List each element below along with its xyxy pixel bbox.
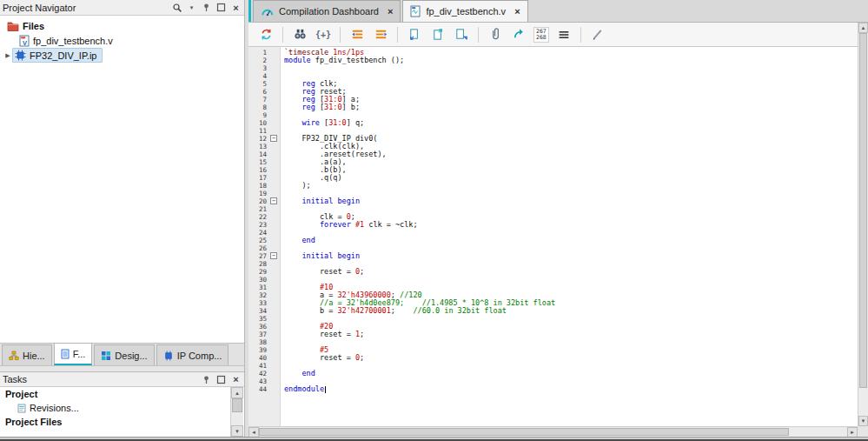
- tab-label: Compilation Dashboard: [279, 6, 379, 17]
- line-number: 5: [248, 80, 268, 88]
- code-line[interactable]: 29 reset = 0;: [248, 268, 858, 276]
- collapse-icon[interactable]: −: [270, 135, 277, 142]
- insert-template-icon[interactable]: {+}: [315, 26, 332, 43]
- tasks-category-project[interactable]: Project: [0, 387, 244, 401]
- code-editor[interactable]: 1`timescale 1ns/1ps2module fp_div_testbe…: [248, 47, 858, 426]
- menu-icon[interactable]: [555, 26, 573, 43]
- indent-icon[interactable]: [348, 26, 366, 43]
- line-number: 40: [248, 354, 268, 362]
- tasks-category-project-files[interactable]: Project Files: [0, 415, 244, 429]
- code-line[interactable]: 24: [248, 229, 858, 237]
- scroll-down-icon[interactable]: ▼: [858, 416, 868, 426]
- code-line[interactable]: 30: [248, 276, 858, 284]
- scroll-up-icon[interactable]: ▲: [858, 23, 868, 33]
- tree-item-fp-div-testbench[interactable]: V fp_div_testbench.v: [0, 33, 244, 48]
- code-text: );: [281, 182, 311, 190]
- tab-compilation-dashboard[interactable]: Compilation Dashboard ×: [253, 0, 401, 22]
- code-line[interactable]: 23 forever #1 clk = ~clk;: [248, 221, 858, 229]
- tasks-list: Project Revisions... Project Files: [0, 387, 244, 437]
- scroll-down-icon[interactable]: ▼: [231, 425, 243, 437]
- copy-page-icon[interactable]: [406, 26, 423, 43]
- svg-text:V: V: [23, 38, 27, 46]
- line-number: 35: [248, 315, 268, 323]
- fold-marker[interactable]: −: [268, 197, 281, 205]
- code-line[interactable]: 43: [248, 378, 858, 385]
- code-line[interactable]: 34 b = 32'h42700001; //60.0 in 32bit flo…: [248, 307, 858, 315]
- close-icon[interactable]: ×: [514, 6, 520, 17]
- line-number-indicator[interactable]: 267 268: [533, 27, 549, 43]
- tab-files[interactable]: F...: [54, 343, 93, 365]
- fold-column: [268, 72, 281, 80]
- scrollbar-thumb[interactable]: [859, 33, 867, 388]
- close-icon[interactable]: ×: [230, 374, 242, 385]
- code-line[interactable]: 8 reg [31:0] b;: [248, 104, 858, 111]
- fold-column: [268, 150, 281, 158]
- tasks-scrollbar[interactable]: ▲ ▼: [230, 387, 243, 437]
- pen-icon[interactable]: [589, 26, 606, 43]
- expander-icon[interactable]: ▶: [3, 52, 12, 59]
- float-icon[interactable]: [215, 2, 227, 13]
- code-line[interactable]: 42 end: [248, 370, 858, 378]
- line-number: 10: [248, 119, 268, 127]
- collapse-icon[interactable]: −: [270, 197, 277, 204]
- line-number: 27: [248, 252, 268, 260]
- tree-item-label: FP32_DIV_IP.ip: [30, 50, 96, 61]
- code-line[interactable]: 27− initial begin: [248, 252, 858, 260]
- tab-fp-div-testbench[interactable]: fp_div_testbench.v ×: [402, 0, 527, 22]
- collapse-icon[interactable]: −: [270, 252, 277, 259]
- close-icon[interactable]: ×: [388, 6, 393, 17]
- code-line[interactable]: 25 end: [248, 237, 858, 244]
- tab-hierarchy[interactable]: Hie...: [2, 344, 52, 365]
- pin-icon[interactable]: [201, 374, 212, 385]
- toolbar-separator: [580, 27, 581, 43]
- fold-column: [268, 205, 281, 213]
- code-line[interactable]: 44endmodule: [248, 385, 858, 393]
- tasks-item-revisions[interactable]: Revisions...: [0, 401, 244, 415]
- pin-icon[interactable]: [201, 2, 212, 13]
- line-number: 7: [248, 96, 268, 104]
- paste-page-icon[interactable]: [453, 26, 470, 43]
- tab-design-units[interactable]: Desig...: [94, 344, 154, 365]
- code-line[interactable]: 2module fp_div_testbench ();: [248, 57, 858, 64]
- fold-column: [268, 88, 281, 96]
- open-page-icon[interactable]: [429, 26, 447, 43]
- fold-column: [268, 244, 281, 252]
- line-number: 9: [248, 111, 268, 119]
- find-icon[interactable]: [291, 26, 308, 43]
- fold-marker[interactable]: −: [268, 135, 281, 143]
- code-line[interactable]: 18 );: [248, 182, 858, 190]
- code-line[interactable]: 40 reset = 0;: [248, 354, 858, 362]
- code-line[interactable]: 17 .q(q): [248, 174, 858, 182]
- vertical-scrollbar[interactable]: ▲ ▼: [858, 23, 868, 426]
- search-icon[interactable]: [171, 2, 182, 13]
- code-line[interactable]: 10 wire [31:0] q;: [248, 119, 858, 127]
- paperclip-icon[interactable]: [487, 26, 504, 43]
- sync-icon[interactable]: [257, 26, 275, 43]
- line-number: 11: [248, 127, 268, 135]
- quartus-window: Project Navigator ▾ ×: [0, 0, 868, 441]
- code-line[interactable]: 35: [248, 315, 858, 323]
- scroll-up-icon[interactable]: ▲: [231, 387, 243, 398]
- comment-icon[interactable]: [510, 26, 527, 43]
- code-line[interactable]: 4: [248, 72, 858, 80]
- float-icon[interactable]: [215, 374, 227, 385]
- horizontal-scrollbar[interactable]: ◄ ►: [248, 426, 858, 437]
- chevron-down-icon[interactable]: ▾: [186, 2, 197, 13]
- scrollbar-thumb[interactable]: [259, 428, 789, 436]
- outdent-icon[interactable]: [372, 26, 389, 43]
- code-line[interactable]: 37 reset = 1;: [248, 331, 858, 338]
- code-line[interactable]: 3: [248, 64, 858, 72]
- code-line[interactable]: 41: [248, 362, 858, 370]
- navigator-tab-bar: Hie... F... Desig... IP Comp...: [0, 343, 244, 365]
- code-line[interactable]: 38: [248, 338, 858, 346]
- tree-item-fp32-div-ip[interactable]: ▶ FP32_DIV_IP.ip: [0, 48, 244, 63]
- tree-item-files[interactable]: Files: [0, 18, 244, 33]
- scrollbar-thumb[interactable]: [232, 398, 242, 412]
- panel-splitter[interactable]: [0, 365, 244, 371]
- code-text: wire [31:0] q;: [281, 119, 364, 127]
- tab-ip-components[interactable]: IP Comp...: [156, 344, 229, 365]
- fold-marker[interactable]: −: [268, 252, 281, 260]
- close-icon[interactable]: ×: [230, 2, 242, 13]
- fold-column: [268, 268, 281, 276]
- code-line[interactable]: 20− initial begin: [248, 197, 858, 205]
